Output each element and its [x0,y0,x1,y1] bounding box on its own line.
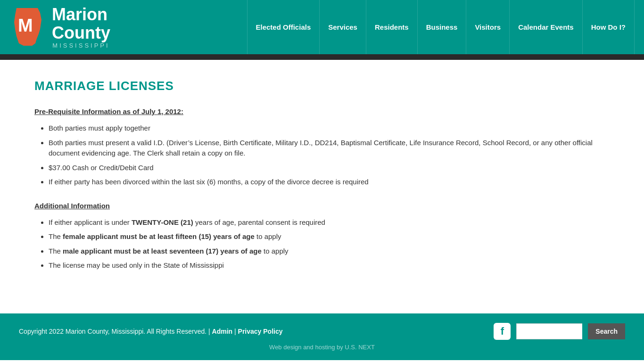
logo-text-area: Marion County MISSISSIPPI [52,5,110,49]
main-nav: Elected Officials Services Residents Bus… [247,0,635,54]
nav-residents[interactable]: Residents [366,0,418,54]
additional-list: If either applicant is under TWENTY-ONE … [34,217,610,271]
logo-county: County [52,24,110,42]
footer-right-area: f Search [494,323,625,340]
footer-inner: Copyright 2022 Marion County, Mississipp… [19,323,625,340]
admin-link[interactable]: Admin [212,328,233,335]
nav-how-do-i[interactable]: How Do I? [583,0,635,54]
list-item: Both parties must present a valid I.D. (… [49,138,610,159]
facebook-icon[interactable]: f [494,323,511,340]
nav-visitors[interactable]: Visitors [466,0,510,54]
prereq-list: Both parties must apply together Both pa… [34,123,610,188]
accent-bar [0,54,644,60]
logo-mississippi: MISSISSIPPI [52,42,110,49]
section-additional: Additional Information If either applica… [34,202,610,271]
list-item: Both parties must apply together [49,123,610,134]
footer-copyright-area: Copyright 2022 Marion County, Mississipp… [19,328,283,335]
list-item: If either party has been divorced within… [49,177,610,188]
section-prereq: Pre-Requisite Information as of July 1, … [34,107,610,188]
svg-text:M: M [18,16,33,35]
nav-business[interactable]: Business [418,0,467,54]
nav-calendar-events[interactable]: Calendar Events [510,0,583,54]
site-logo[interactable]: M Marion County MISSISSIPPI [9,5,110,49]
site-footer: Copyright 2022 Marion County, Mississipp… [0,313,644,360]
privacy-link[interactable]: Privacy Policy [238,328,283,335]
list-item: The license may be used only in the Stat… [49,260,610,271]
list-item: If either applicant is under TWENTY-ONE … [49,217,610,228]
nav-elected-officials[interactable]: Elected Officials [247,0,320,54]
nav-services[interactable]: Services [320,0,366,54]
list-item: The male applicant must be at least seve… [49,246,610,257]
site-header: M Marion County MISSISSIPPI Elected Offi… [0,0,644,54]
webdesign-text: Web design and hosting by U.S. NEXT [269,344,375,351]
search-button[interactable]: Search [588,323,625,339]
logo-marion: Marion [52,5,110,24]
list-item: $37.00 Cash or Credit/Debit Card [49,163,610,173]
footer-webdesign: Web design and hosting by U.S. NEXT [19,344,625,351]
main-content-area: MARRIAGE LICENSES Pre-Requisite Informat… [16,60,628,313]
page-title: MARRIAGE LICENSES [34,79,610,93]
prereq-heading: Pre-Requisite Information as of July 1, … [34,107,610,115]
additional-heading: Additional Information [34,202,610,210]
state-logo-icon: M [9,6,47,48]
copyright-text: Copyright 2022 Marion County, Mississipp… [19,328,206,335]
search-input[interactable] [516,323,582,339]
list-item: The female applicant must be at least fi… [49,231,610,242]
